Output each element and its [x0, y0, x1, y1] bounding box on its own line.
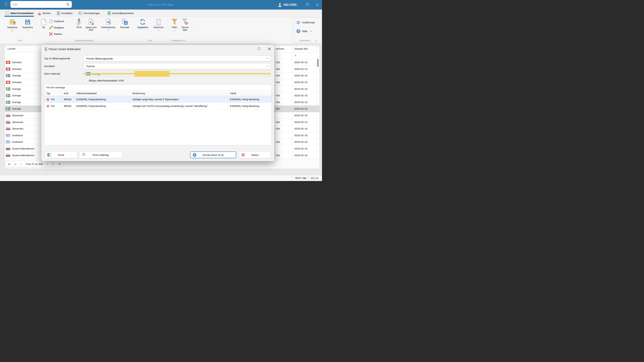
next-record-button[interactable]: ›: [47, 163, 48, 166]
tab-kontakter[interactable]: Kontakter: [57, 9, 72, 17]
error-sdb-cell: EXEMPEL Farlig blandning: [76, 103, 106, 109]
error-type-cell: Fel: [51, 98, 54, 101]
chevron-down-icon: [267, 57, 269, 59]
notifier-select[interactable]: Trial ltd.: [84, 63, 271, 69]
close-button[interactable]: [314, 0, 321, 9]
edit-button[interactable]: Redigera: [49, 25, 64, 30]
building-icon: [57, 11, 60, 15]
submit-online-button[interactable]: Anmäl online (S₂S): [190, 152, 236, 158]
import-icon: [5, 18, 19, 25]
flag-icon: [6, 127, 10, 130]
vertical-scrollbar[interactable]: [317, 59, 319, 67]
excel-button[interactable]: X Excel: [45, 152, 77, 158]
maximize-button[interactable]: [303, 0, 311, 9]
flag-icon: [6, 154, 10, 157]
duplicate-button[interactable]: Duplicera: [49, 19, 64, 23]
minimize-icon: [295, 4, 298, 5]
duplicate-icon: [49, 19, 53, 23]
column-header-created[interactable]: Skapad den: [294, 47, 308, 50]
search-icon[interactable]: [66, 3, 70, 6]
pcn-button[interactable]: PCN: [74, 18, 84, 29]
last-record-button[interactable]: »|: [58, 163, 60, 166]
environment-label: TEST: SBL: [295, 175, 307, 181]
flag-icon: [6, 61, 10, 64]
delete-button[interactable]: Radera: [49, 32, 62, 36]
save-as-pdf-button[interactable]: Spara som PDF: [84, 18, 98, 31]
help-button[interactable]: ? Hjälp: [296, 29, 312, 33]
manufacturer-cell: l ltd.: [276, 119, 292, 125]
tab-kontrollparametrar[interactable]: Kontrollparametrar: [108, 9, 134, 17]
title-bar: SBLCore 2025 Blue SBLCORE: [0, 0, 322, 9]
filter-button[interactable]: Filter: [169, 18, 180, 31]
errors-panel: Fel och varningar Typ Kod Säkerhetsdatab…: [44, 84, 272, 145]
column-header-manufacturer[interactable]: verkare: [276, 47, 284, 50]
settings-button[interactable]: Inställningar: [296, 20, 315, 24]
col-typ[interactable]: Typ: [46, 90, 50, 96]
attach-pdf-checkbox[interactable]: [84, 79, 87, 82]
preview-button[interactable]: Förhandsvisa: [100, 18, 116, 31]
col-beskrivning[interactable]: Beskrivning: [132, 90, 145, 96]
tab-label: Ämnen: [42, 12, 51, 15]
chevron-down-icon: [108, 29, 109, 31]
dialog-close-button[interactable]: [267, 47, 272, 51]
manufacturer-cell: [276, 132, 292, 139]
search-input[interactable]: [12, 3, 66, 6]
edit-label: Redigera: [54, 26, 64, 29]
active-market-label: Aktiv marknad: [44, 72, 60, 75]
error-icon: [46, 98, 49, 101]
dialog-maximize-button[interactable]: [256, 47, 262, 51]
error-row[interactable]: Fel BR530 EXEMPEL Farlig blandning Vänli…: [44, 96, 272, 103]
errors-header-row: Typ Kod Säkerhetsdatablad Beskrivning Vä…: [44, 90, 272, 96]
columns-label: Kolumner: [151, 26, 166, 29]
error-row[interactable]: Fel BR534 EXEMPEL Farlig blandning Vänli…: [44, 103, 272, 109]
refresh-button[interactable]: Uppdatera: [135, 18, 150, 29]
tab-label: Kontrollparametrar: [112, 12, 134, 15]
ribbon-tabs: Säkerhetsdatablad Ämnen Kontakter: [0, 9, 322, 17]
created-date-cell: 2025-02-10: [294, 99, 318, 106]
created-date-cell: 2025-02-10: [294, 112, 318, 119]
manufacturer-cell: [276, 86, 292, 92]
tab-amnen[interactable]: Ämnen: [38, 9, 51, 17]
pcn-underlag-button[interactable]: PCN-underlag: [79, 152, 122, 158]
columns-button[interactable]: Kolumner: [151, 18, 166, 31]
first-record-button[interactable]: |«: [8, 163, 10, 166]
clear-filter-button[interactable]: Rensa filter: [180, 18, 190, 31]
fast-prev-button[interactable]: «: [15, 163, 16, 166]
col-sdb[interactable]: Säkerhetsdatablad: [76, 90, 97, 96]
export-button[interactable]: Exportera: [21, 18, 35, 31]
created-date-cell: 2025-02-10: [294, 126, 318, 132]
manufacturer-cell: l ltd.: [276, 126, 292, 132]
new-button[interactable]: Ny: [40, 18, 48, 29]
import-button[interactable]: Importera: [5, 18, 19, 31]
manufacturer-cell: l ltd.: [276, 106, 292, 112]
column-header-countries[interactable]: Länder: [8, 47, 16, 50]
import-label: Importera: [5, 26, 19, 29]
prev-record-button[interactable]: ‹: [21, 163, 22, 166]
dialog-title: Poison Centre Notification: [49, 48, 81, 51]
group-separator: [166, 18, 166, 42]
record-position-label: Post 37 av 308: [26, 163, 42, 166]
fast-next-button[interactable]: »: [52, 163, 54, 166]
cancel-button[interactable]: Avbryt: [239, 152, 271, 158]
minimize-button[interactable]: [293, 0, 300, 9]
notification-type-select[interactable]: Primärt tillkännagivande: [84, 55, 271, 61]
tab-formuleringar[interactable]: Formuleringar: [78, 9, 100, 17]
group-dialog-launcher-icon[interactable]: ≡: [316, 40, 317, 42]
ribbon: Importera Exportera Filer: [0, 17, 322, 44]
error-type-cell: Fel: [51, 105, 54, 107]
date-filter-operator[interactable]: =: [295, 54, 296, 57]
svg-text:?: ?: [298, 30, 299, 32]
country-cell: Sverige: [12, 99, 21, 106]
notification-type-value: Primärt tillkännagivande: [86, 57, 113, 60]
flag-icon: [6, 147, 10, 150]
col-kod[interactable]: Kod: [64, 90, 68, 96]
manufacturer-cell: l ltd.: [276, 92, 292, 99]
col-varde[interactable]: Värde: [230, 90, 236, 96]
app-logo-icon: [4, 2, 10, 7]
column-divider: [74, 90, 74, 109]
svg-text:A: A: [125, 22, 127, 24]
dialog-logo-icon: [44, 47, 48, 51]
translate-button[interactable]: A Översätt: [118, 18, 132, 29]
pcn-icon: [74, 18, 84, 25]
created-date-cell: 2025-02-10: [294, 92, 318, 99]
